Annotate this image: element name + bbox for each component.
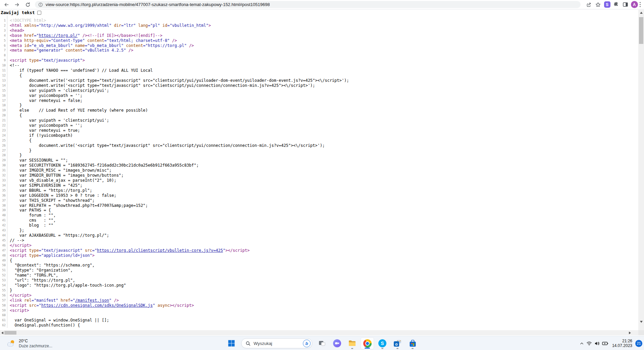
code-padding-row	[0, 15, 638, 18]
code-token: <script	[10, 253, 27, 258]
code-text: </script>	[7, 243, 32, 248]
battery-button[interactable]	[602, 341, 608, 346]
outlook-button[interactable]: o	[391, 337, 404, 349]
code-line: 57<link rel="manifest" href="/manifest.j…	[0, 298, 638, 303]
code-token: /><!--[if IE]></base><![endif]-->	[80, 33, 163, 38]
code-token: ="	[92, 248, 97, 253]
code-line: 45// -->	[0, 238, 638, 243]
file-explorer-button[interactable]	[345, 337, 359, 349]
microsoft-store-button[interactable]	[406, 337, 419, 349]
browser-menu-button[interactable]	[640, 2, 641, 7]
code-line: 27 }	[0, 148, 638, 153]
notification-badge[interactable]: 21	[635, 340, 642, 347]
address-bar[interactable]: view-source:https://torg.pl/urzadzenia-m…	[35, 1, 581, 8]
source-link[interactable]: https://torg.pl/clientscript/vbulletin-c…	[97, 248, 223, 253]
horizontal-scrollbar-thumb[interactable]	[4, 331, 16, 335]
line-number: 20	[0, 113, 7, 118]
code-line: 33 var vb_disable_ajax = parseInt("2", 1…	[0, 178, 638, 183]
back-arrow-icon	[4, 2, 9, 7]
source-link[interactable]: https://torg.pl/	[39, 33, 78, 38]
line-number: 15	[0, 88, 7, 93]
running-indicator	[351, 348, 353, 349]
code-line: 1<!DOCTYPE html>	[0, 18, 638, 23]
scroll-left-arrow-icon[interactable]	[1, 332, 3, 334]
code-token: ="vb_meta_bburl"	[85, 43, 124, 48]
line-number: 54	[0, 283, 7, 288]
share-button[interactable]	[585, 1, 594, 9]
wrap-text-checkbox[interactable]	[37, 11, 41, 15]
code-line: 12 {	[0, 73, 638, 78]
source-link[interactable]: https://cdn.onesignal.com/sdks/OneSignal…	[41, 303, 153, 308]
code-text: };	[7, 228, 24, 233]
line-number: 25	[0, 138, 7, 143]
task-view-button[interactable]	[315, 337, 329, 349]
code-text: <!--	[7, 63, 19, 68]
line-number: 23	[0, 128, 7, 133]
code-text: <script>	[7, 308, 29, 313]
back-button[interactable]	[2, 1, 11, 9]
taskbar-search[interactable]: Wyszukaj b	[241, 338, 312, 348]
code-token: <meta	[10, 48, 22, 53]
line-number: 31	[0, 168, 7, 173]
forward-button[interactable]	[13, 1, 21, 9]
horizontal-scrollbar[interactable]	[0, 330, 638, 335]
code-token: <base	[10, 33, 22, 38]
code-token: <!DOCTYPE html>	[10, 18, 46, 23]
code-token: var vb_disable_ajax = parseInt("2", 10);	[10, 178, 116, 183]
code-text: <meta name="generator" content="vBulleti…	[7, 48, 133, 53]
code-token: ="http://www.w3.org/1999/xhtml"	[36, 23, 111, 28]
volume-button[interactable]	[594, 341, 600, 346]
code-token: var yuicombopath = '';	[10, 93, 83, 98]
code-token: >	[208, 23, 211, 28]
bookmark-button[interactable]	[594, 1, 603, 9]
vertical-scrollbar-thumb[interactable]	[639, 17, 643, 44]
line-number: 29	[0, 158, 7, 163]
line-number: 44	[0, 233, 7, 238]
code-token: ="	[34, 33, 39, 38]
code-token: ></script>	[170, 303, 194, 308]
code-line: 40 forum : "",	[0, 213, 638, 218]
code-line: 51 "@type": "Organization",	[0, 268, 638, 273]
extensions-button[interactable]	[612, 1, 621, 9]
tray-chevron-button[interactable]	[580, 341, 584, 346]
chat-button[interactable]	[330, 337, 344, 349]
code-token: content	[63, 48, 83, 53]
scroll-down-arrow-icon[interactable]	[640, 321, 643, 323]
code-token: />	[170, 38, 177, 43]
code-text	[7, 53, 10, 58]
code-token: var yuipath = 'clientscript/yui';	[10, 118, 109, 123]
code-text: {	[7, 258, 12, 263]
wifi-icon	[586, 341, 592, 346]
chrome-button[interactable]	[361, 337, 374, 349]
profile-button[interactable]: A	[630, 1, 639, 9]
code-line: 2<html xmlns="http://www.w3.org/1999/xht…	[0, 23, 638, 28]
source-link[interactable]: /manifest.json	[75, 298, 109, 303]
code-token: var RELPATH = "showthread.php?t=477007&a…	[10, 203, 148, 208]
vertical-scrollbar[interactable]	[638, 10, 644, 330]
code-text: if (typeof YAHOO === 'undefined') // Loa…	[7, 68, 153, 73]
line-number: 52	[0, 273, 7, 278]
code-line: 46</script>	[0, 243, 638, 248]
code-text	[7, 313, 10, 318]
code-token: else // Load Rest of YUI remotely (where…	[10, 108, 148, 113]
reload-button[interactable]	[23, 1, 32, 9]
code-line: 30 var SECURITYTOKEN = "1689362745-f216a…	[0, 163, 638, 168]
wifi-button[interactable]	[586, 341, 592, 346]
code-line: 48<script type="application/ld+json">	[0, 253, 638, 258]
extension-s-button[interactable]: S	[603, 1, 612, 9]
skype-button[interactable]: S	[376, 337, 389, 349]
code-text: <script src="https://cdn.onesignal.com/s…	[7, 303, 194, 308]
line-number: 28	[0, 153, 7, 158]
line-number: 11	[0, 68, 7, 73]
code-line: 8	[0, 53, 638, 58]
clock[interactable]: 21:26 14.07.2023	[612, 339, 632, 348]
line-number: 40	[0, 213, 7, 218]
side-panel-button[interactable]	[621, 1, 630, 9]
start-button[interactable]	[225, 337, 238, 349]
scroll-up-arrow-icon[interactable]	[640, 12, 643, 14]
code-token: "logo": "https://torg.pl/apple-touch-ico…	[10, 283, 126, 288]
code-token: }	[10, 153, 22, 158]
code-token: id	[22, 43, 29, 48]
scroll-right-arrow-icon[interactable]	[629, 332, 631, 334]
weather-widget[interactable]: 20°C Duże zachmurze...	[4, 337, 54, 349]
